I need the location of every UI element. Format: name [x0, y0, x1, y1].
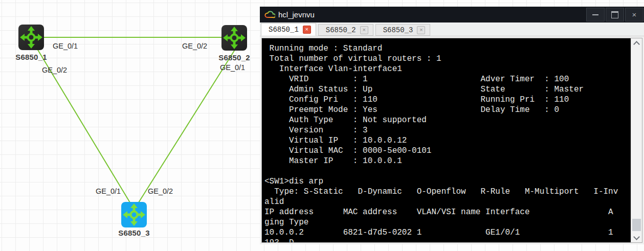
node-label-s6850-1: S6850_1	[8, 53, 54, 61]
terminal-output[interactable]: Running mode : Standard Total number of …	[262, 38, 631, 242]
link-s2-s3	[139, 49, 235, 202]
terminal-window: hcl_jevnvu × S6850_1 × S6850_2 × S6850_3…	[260, 7, 644, 244]
terminal-scrollbar[interactable]	[631, 38, 642, 242]
tab-close-icon[interactable]: ×	[303, 26, 311, 34]
window-title: hcl_jevnvu	[278, 10, 315, 19]
maximize-icon	[611, 11, 618, 18]
rainbow-cloud-icon	[264, 10, 275, 19]
minimize-icon	[592, 14, 598, 15]
four-way-arrows-icon	[122, 202, 146, 227]
port-label-s1-ge02: GE_0/2	[42, 66, 67, 74]
scroll-down-button[interactable]	[631, 233, 642, 242]
scrollbar-thumb[interactable]	[632, 219, 641, 231]
minimize-button[interactable]	[586, 8, 605, 21]
console-frame: Running mode : Standard Total number of …	[260, 36, 644, 244]
close-button[interactable]: ×	[625, 8, 643, 21]
port-label-s2-ge02: GE_0/2	[182, 42, 207, 50]
four-way-arrows-icon	[19, 25, 43, 50]
port-label-s3-ge01: GE_0/1	[96, 187, 121, 195]
window-titlebar[interactable]: hcl_jevnvu ×	[260, 7, 644, 22]
tab-label: S6850_2	[326, 26, 356, 34]
switch-node-s6850-1[interactable]	[18, 25, 44, 50]
chevron-up-icon	[633, 41, 640, 48]
close-icon: ×	[632, 10, 637, 19]
tab-close-icon[interactable]: ×	[417, 26, 425, 34]
switch-node-s6850-2[interactable]	[221, 25, 247, 51]
node-label-s6850-2: S6850_2	[211, 53, 257, 62]
terminal-text: Running mode : Standard Total number of …	[262, 38, 631, 242]
tab-label: S6850_3	[383, 26, 413, 34]
tab-s6850-2[interactable]: S6850_2 ×	[318, 24, 373, 36]
scroll-up-button[interactable]	[631, 38, 642, 48]
port-label-s2-ge01: GE_0/1	[220, 63, 245, 72]
tab-close-icon[interactable]: ×	[360, 26, 368, 34]
tab-s6850-1[interactable]: S6850_1 ×	[261, 23, 316, 36]
port-label-s3-ge02: GE_0/2	[148, 187, 173, 195]
maximize-button[interactable]	[606, 8, 624, 21]
four-way-arrows-icon	[222, 26, 247, 50]
tab-label: S6850_1	[269, 26, 299, 34]
port-label-s1-ge01: GE_0/1	[53, 42, 78, 50]
topology-canvas: S6850_1 S6850_2 S6850_3 GE_0/1 GE_0/2 GE…	[0, 0, 644, 251]
console-tab-bar: S6850_1 × S6850_2 × S6850_3 ×	[260, 22, 644, 36]
chevron-down-icon	[633, 234, 640, 240]
switch-node-s6850-3[interactable]	[121, 202, 147, 227]
tab-s6850-3[interactable]: S6850_3 ×	[375, 24, 431, 36]
node-label-s6850-3: S6850_3	[111, 229, 157, 237]
